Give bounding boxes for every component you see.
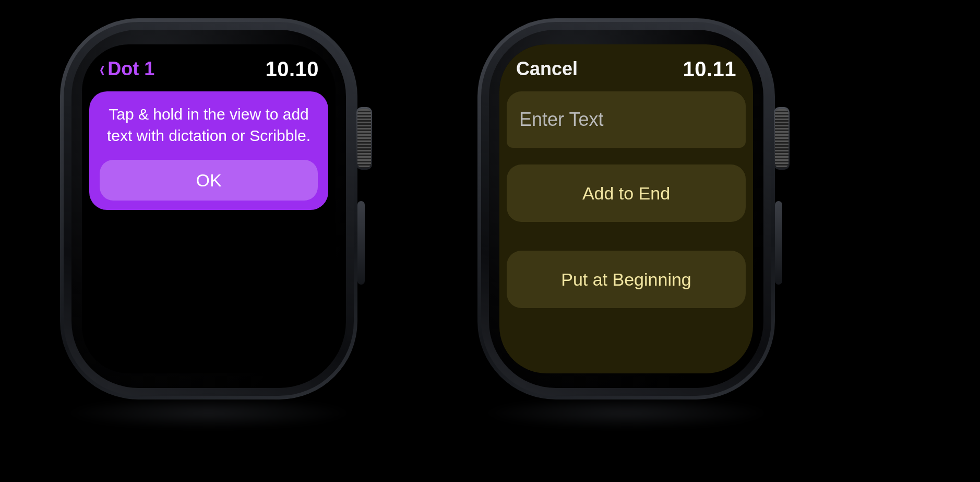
text-input-placeholder: Enter Text: [519, 109, 603, 131]
add-to-end-label: Add to End: [582, 183, 670, 204]
watch-screen-right: Cancel 10.11 Enter Text Add to End Put a…: [499, 44, 753, 373]
cancel-label: Cancel: [516, 58, 578, 80]
alert-message: Tap & hold in the view to add text with …: [100, 104, 318, 146]
put-at-beginning-label: Put at Beginning: [561, 269, 691, 290]
digital-crown[interactable]: [356, 107, 372, 170]
watch-case: Cancel 10.11 Enter Text Add to End Put a…: [477, 18, 775, 399]
watch-screen-left: ‹ Dot 1 10.10 Tap & hold in the view to …: [82, 44, 336, 373]
side-button[interactable]: [775, 201, 782, 285]
alert-card: Tap & hold in the view to add text with …: [89, 91, 328, 210]
cancel-button[interactable]: Cancel: [516, 58, 578, 80]
watch-case: ‹ Dot 1 10.10 Tap & hold in the view to …: [60, 18, 357, 399]
put-at-beginning-button[interactable]: Put at Beginning: [507, 251, 746, 308]
ok-button-label: OK: [196, 170, 221, 191]
watch-device-left: ‹ Dot 1 10.10 Tap & hold in the view to …: [60, 18, 357, 399]
back-label: Dot 1: [107, 58, 154, 80]
shadow-reflection: [483, 397, 770, 429]
clock-time: 10.10: [265, 57, 319, 81]
status-bar: Cancel 10.11: [516, 56, 736, 82]
watch-device-right: Cancel 10.11 Enter Text Add to End Put a…: [477, 18, 775, 399]
clock-time: 10.11: [683, 57, 736, 81]
shadow-reflection: [65, 397, 352, 429]
side-button[interactable]: [357, 201, 365, 285]
status-bar: ‹ Dot 1 10.10: [99, 56, 319, 82]
digital-crown[interactable]: [774, 107, 790, 170]
ok-button[interactable]: OK: [100, 160, 318, 201]
chevron-left-icon: ‹: [100, 58, 104, 79]
add-to-end-button[interactable]: Add to End: [507, 164, 746, 222]
back-button[interactable]: ‹ Dot 1: [99, 58, 154, 80]
text-input[interactable]: Enter Text: [507, 91, 746, 148]
